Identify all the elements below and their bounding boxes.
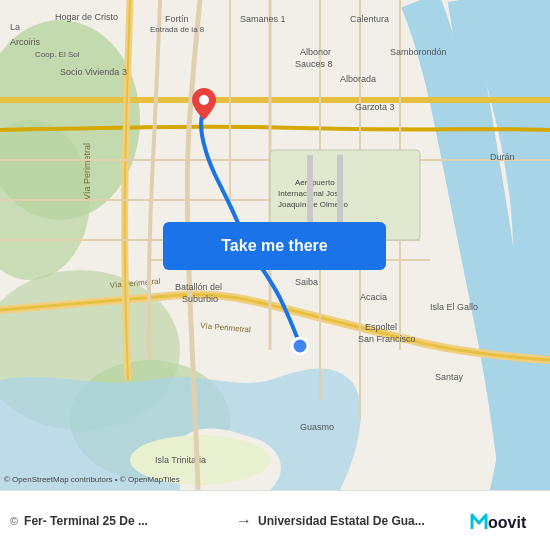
svg-text:Isla El Gallo: Isla El Gallo — [430, 302, 478, 312]
svg-text:Entrada de la 8: Entrada de la 8 — [150, 25, 205, 34]
svg-text:Hogar de Cristo: Hogar de Cristo — [55, 12, 118, 22]
footer-arrow-icon: → — [236, 512, 252, 530]
svg-text:Durán: Durán — [490, 152, 515, 162]
svg-text:Suburbio: Suburbio — [182, 294, 218, 304]
svg-text:Albonor: Albonor — [300, 47, 331, 57]
svg-text:Batallón del: Batallón del — [175, 282, 222, 292]
svg-text:Samborondón: Samborondón — [390, 47, 447, 57]
svg-text:Saiba: Saiba — [295, 277, 318, 287]
svg-text:Garzota 3: Garzota 3 — [355, 102, 395, 112]
svg-text:© OpenStreetMap contributors •: © OpenStreetMap contributors • © OpenMap… — [4, 475, 180, 484]
svg-text:Guasmo: Guasmo — [300, 422, 334, 432]
svg-text:Calentura: Calentura — [350, 14, 389, 24]
footer-from-label: Fer- Terminal 25 De ... — [24, 514, 230, 528]
svg-text:Aeropuerto: Aeropuerto — [295, 178, 335, 187]
svg-text:Espoltel: Espoltel — [365, 322, 397, 332]
map-container: Isla Trinitaria Vía Perimetral Vía Perim… — [0, 0, 550, 490]
svg-text:Santay: Santay — [435, 372, 464, 382]
svg-text:Alborada: Alborada — [340, 74, 376, 84]
svg-text:oovit: oovit — [488, 514, 527, 531]
footer-copyright: © — [10, 515, 18, 527]
moovit-logo: oovit — [470, 501, 540, 541]
svg-point-51 — [292, 338, 308, 354]
svg-text:Coop. El Sol: Coop. El Sol — [35, 50, 80, 59]
svg-text:Sauces 8: Sauces 8 — [295, 59, 333, 69]
svg-text:Socio Vivienda 3: Socio Vivienda 3 — [60, 67, 127, 77]
footer-to-label: Universidad Estatal De Gua... — [258, 514, 464, 528]
footer: © Fer- Terminal 25 De ... → Universidad … — [0, 490, 550, 550]
svg-text:San Francisco: San Francisco — [358, 334, 416, 344]
svg-text:Acacia: Acacia — [360, 292, 387, 302]
svg-text:La: La — [10, 22, 20, 32]
take-me-there-button[interactable]: Take me there — [163, 222, 386, 270]
svg-text:Samanes 1: Samanes 1 — [240, 14, 286, 24]
svg-text:Vía Perimetral: Vía Perimetral — [82, 143, 92, 200]
svg-point-50 — [199, 95, 209, 105]
svg-text:Fortín: Fortín — [165, 14, 189, 24]
svg-text:Arcoiris: Arcoiris — [10, 37, 41, 47]
